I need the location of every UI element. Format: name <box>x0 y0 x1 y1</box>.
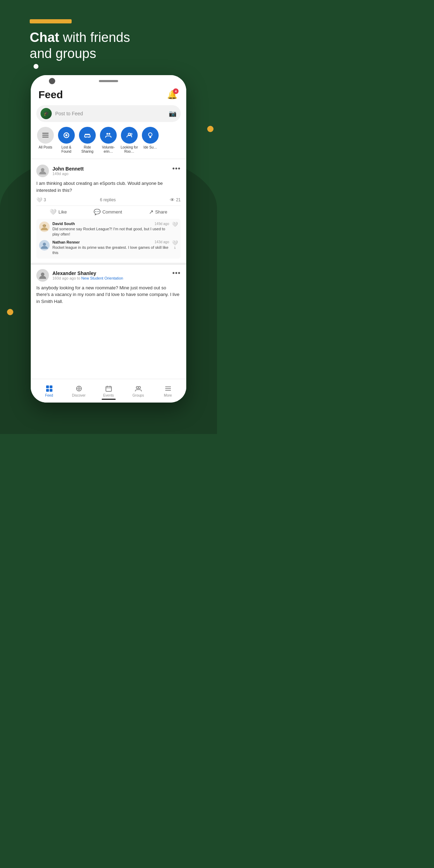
comment-2-avatar <box>39 240 50 251</box>
post-2-time: 160d ago ago to New Student Orientation <box>52 276 123 280</box>
post-1-user-info: John Bennett 149d ago <box>36 165 84 177</box>
nav-underline <box>102 399 116 400</box>
comment-2-time: 143d ago <box>154 240 169 244</box>
post-2-avatar-image <box>36 269 49 282</box>
svg-point-12 <box>41 168 44 172</box>
like-icon: 🤍 <box>50 209 57 215</box>
notification-button[interactable]: 🔔 4 <box>166 88 179 101</box>
ride-sharing-label: Ride Sharing <box>78 145 96 154</box>
post-avatar: 🎓 <box>41 108 52 119</box>
ride-sharing-icon <box>79 127 96 144</box>
comment-1-avatar-image <box>39 222 50 232</box>
app-title: Feed <box>38 89 63 101</box>
more-nav-icon <box>164 385 172 392</box>
phone-mockup: Feed 🔔 4 🎓 Post to Feed 📷 <box>31 75 186 403</box>
post-1-header: John Bennett 149d ago ••• <box>36 165 181 177</box>
heart-icon: 🤍 <box>36 197 42 203</box>
svg-point-7 <box>107 133 108 135</box>
post-2-user-meta: Alexander Shanley 160d ago ago to New St… <box>52 270 123 280</box>
comment-2-avatar-image <box>39 240 50 251</box>
comment-1-like[interactable]: 🤍 <box>172 222 178 227</box>
more-nav-label: More <box>164 393 172 397</box>
nav-events[interactable]: Events <box>94 385 123 397</box>
post-1-views-stat: 👁 21 <box>170 197 181 203</box>
top-section: Feed Chat with friendsand groups <box>0 0 217 62</box>
headline: Feed Chat with friendsand groups <box>30 30 187 62</box>
like-label: Like <box>58 209 67 215</box>
ideas-label: Ide Su… <box>144 145 157 150</box>
svg-point-5 <box>85 137 86 138</box>
svg-point-8 <box>109 133 110 135</box>
comment-1-heart-icon: 🤍 <box>172 222 178 227</box>
categories-list: All Posts Lost & Found <box>31 125 186 157</box>
comment-2-text: Rocket league in its prime was the great… <box>52 245 169 256</box>
divider-1 <box>31 159 186 159</box>
groups-nav-icon <box>135 385 142 392</box>
looking-roommate-icon <box>121 127 138 144</box>
phone-top-bar <box>31 75 186 84</box>
category-all-posts[interactable]: All Posts <box>36 127 55 154</box>
nav-feed[interactable]: Feed <box>34 385 64 397</box>
comment-icon: 💬 <box>94 209 101 215</box>
post-1-avatar-image <box>36 165 49 177</box>
post-1-stats: 🤍 3 6 replies 👁 21 <box>36 197 181 203</box>
svg-rect-0 <box>42 133 49 134</box>
discover-nav-label: Discover <box>72 393 86 397</box>
like-button[interactable]: 🤍 Like <box>50 209 67 215</box>
nav-more[interactable]: More <box>153 385 183 397</box>
post-1: John Bennett 149d ago ••• I am thinking … <box>31 160 186 263</box>
events-nav-icon <box>105 385 113 392</box>
post-to-feed-bar[interactable]: 🎓 Post to Feed 📷 <box>36 105 181 122</box>
svg-point-10 <box>131 133 132 135</box>
post-2-username: Alexander Shanley <box>52 270 123 276</box>
comment-button[interactable]: 💬 Comment <box>94 209 122 215</box>
category-volunteering[interactable]: Volunte­erin… <box>99 127 117 154</box>
post-avatar-image: 🎓 <box>41 108 52 119</box>
app-header: Feed 🔔 4 <box>31 84 186 104</box>
svg-point-6 <box>88 137 89 138</box>
feed-nav-icon <box>45 385 53 392</box>
feed-nav-label: Feed <box>45 393 53 397</box>
svg-rect-18 <box>46 385 49 388</box>
nav-discover[interactable]: Discover <box>64 385 94 397</box>
category-looking-roommate[interactable]: Looking for Roo… <box>120 127 138 154</box>
category-ride-sharing[interactable]: Ride Sharing <box>78 127 96 154</box>
yellow-bar <box>30 19 72 23</box>
svg-rect-2 <box>42 137 49 138</box>
phone-speaker <box>99 80 118 82</box>
post-2-group: New Student Orientation <box>81 276 123 280</box>
svg-rect-20 <box>46 389 49 392</box>
svg-point-14 <box>42 225 44 226</box>
groups-nav-label: Groups <box>132 393 144 397</box>
share-label: Share <box>155 209 167 215</box>
post-placeholder-text: Post to Feed <box>55 111 165 116</box>
nav-groups[interactable]: Groups <box>123 385 153 397</box>
comment-2-like[interactable]: 🤍 1 <box>172 240 178 249</box>
svg-rect-1 <box>42 135 49 136</box>
post-2-more-button[interactable]: ••• <box>172 269 181 277</box>
comment-2-like-count: 1 <box>174 246 176 249</box>
post-1-actions: 🤍 Like 💬 Comment ↗ Share <box>36 205 181 215</box>
share-icon: ↗ <box>149 209 153 215</box>
comment-1-body: David South 149d ago Did someone say Roc… <box>52 222 169 237</box>
category-lost-found[interactable]: Lost & Found <box>57 127 75 154</box>
dot-gold-left <box>7 309 13 315</box>
svg-point-17 <box>41 273 44 276</box>
svg-rect-21 <box>50 389 52 392</box>
camera-icon[interactable]: 📷 <box>169 110 176 117</box>
svg-point-15 <box>45 225 46 226</box>
post-1-user-meta: John Bennett 149d ago <box>52 166 84 176</box>
looking-roommate-label: Looking for Roo… <box>120 145 138 154</box>
comment-1-time: 149d ago <box>154 222 169 226</box>
svg-point-23 <box>78 388 80 389</box>
volunteering-label: Volunte­erin… <box>99 145 117 154</box>
svg-point-33 <box>138 386 140 389</box>
category-ideas[interactable]: Ide Su… <box>141 127 159 154</box>
post-1-view-count: 21 <box>176 197 181 202</box>
post-1-more-button[interactable]: ••• <box>172 165 181 173</box>
notification-badge: 4 <box>173 88 179 94</box>
post-2: Alexander Shanley 160d ago ago to New St… <box>31 263 186 311</box>
dot-gold-right <box>207 126 214 132</box>
share-button[interactable]: ↗ Share <box>149 209 167 215</box>
post-1-username: John Bennett <box>52 166 84 172</box>
